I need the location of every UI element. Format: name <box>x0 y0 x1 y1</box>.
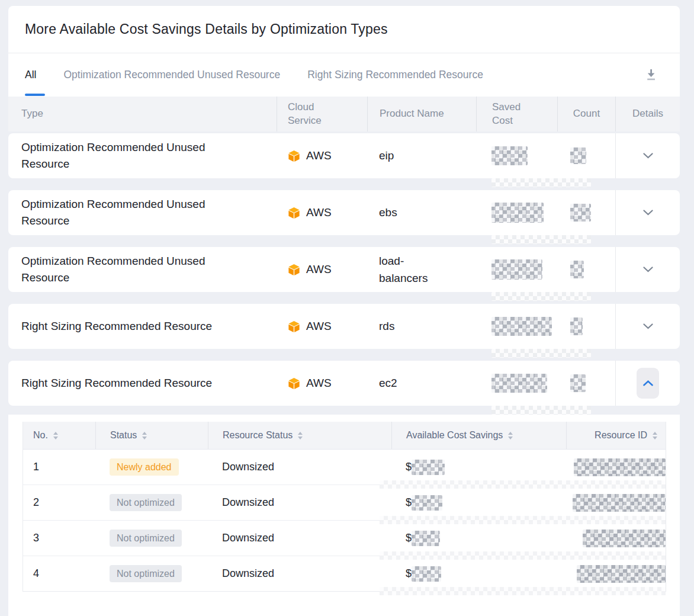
details-expand-button[interactable] <box>615 247 680 292</box>
column-header-count: Count <box>557 97 615 131</box>
chevron-up-icon <box>643 380 653 386</box>
detail-row-4: 4 Not optimized Downsized $ <box>23 556 666 591</box>
detail-row-3: 3 Not optimized Downsized $ <box>23 520 666 556</box>
resource-status: Downsized <box>208 567 391 580</box>
column-header-resource-status[interactable]: Resource Status <box>208 422 391 449</box>
row-product-name: ebs <box>367 204 476 221</box>
tab-all[interactable]: All <box>25 53 36 96</box>
count-redacted <box>570 374 586 392</box>
aws-cube-icon <box>287 377 301 390</box>
redacted-blur <box>380 551 666 560</box>
row-number: 2 <box>23 496 95 509</box>
sort-carets-icon <box>653 432 657 439</box>
status-badge: Not optimized <box>110 565 182 582</box>
redacted-blur <box>491 349 591 358</box>
column-header-resource-id[interactable]: Resource ID <box>566 422 666 449</box>
resource-status: Downsized <box>208 496 391 509</box>
redacted-blur <box>380 516 666 524</box>
redacted-blur <box>491 235 591 244</box>
details-expand-button[interactable] <box>615 190 680 235</box>
download-icon <box>644 68 658 81</box>
column-header-details: Details <box>615 97 680 131</box>
column-header-cloud-service: Cloud Service <box>277 97 367 131</box>
row-product-name: load-balancers <box>367 252 476 287</box>
row-number: 4 <box>23 567 95 580</box>
cloud-service-label: AWS <box>306 263 332 276</box>
redacted-blur <box>380 480 666 489</box>
count-redacted <box>570 147 586 164</box>
redacted-blur <box>380 587 666 595</box>
row-product-name: eip <box>367 147 476 164</box>
aws-cube-icon <box>287 263 301 277</box>
count-redacted <box>570 261 584 278</box>
redacted-blur <box>491 178 591 187</box>
row-type: Right Sizing Recommended Resource <box>8 375 277 392</box>
collapse-toggle[interactable] <box>637 368 659 399</box>
sort-carets-icon <box>53 432 58 439</box>
resource-status: Downsized <box>208 532 391 544</box>
currency-prefix: $ <box>406 532 412 544</box>
resource-status: Downsized <box>208 461 391 473</box>
details-expand-button[interactable] <box>615 304 680 349</box>
currency-prefix: $ <box>406 461 412 473</box>
column-header-status[interactable]: Status <box>95 422 208 449</box>
ec2-detail-table: No. Status Resource Status Available Cos… <box>23 422 666 592</box>
status-badge: Not optimized <box>110 494 182 511</box>
details-collapse-button[interactable] <box>615 361 680 406</box>
row-cloud-service: AWS <box>277 320 367 333</box>
status-badge: Newly added <box>110 458 179 476</box>
resource-id-redacted <box>583 530 666 547</box>
row-cloud-service: AWS <box>277 377 367 390</box>
row-type: Optimization Recommended Unused Resource <box>8 253 277 287</box>
detail-table-header: No. Status Resource Status Available Cos… <box>23 422 666 449</box>
row-type: Optimization Recommended Unused Resource <box>8 139 277 173</box>
row-product-name: rds <box>367 317 476 335</box>
cloud-service-label: AWS <box>306 320 332 333</box>
row-cloud-service: AWS <box>277 263 367 277</box>
tab-right-sizing-recommended-resource[interactable]: Right Sizing Recommended Resource <box>307 53 483 96</box>
column-header-saved-cost: Saved Cost <box>476 97 557 131</box>
column-header-product-name: Product Name <box>367 97 476 131</box>
tab-optimization-recommended-unused-resource[interactable]: Optimization Recommended Unused Resource <box>63 53 280 96</box>
cost-savings-redacted <box>412 566 441 582</box>
cost-savings-redacted <box>412 460 445 475</box>
ec2-detail-panel: No. Status Resource Status Available Cos… <box>8 415 680 616</box>
redacted-blur <box>491 406 591 415</box>
download-button[interactable] <box>642 66 660 84</box>
chevron-down-icon <box>643 323 653 329</box>
detail-row-1: 1 Newly added Downsized $ <box>23 449 666 485</box>
table-row-ebs: Optimization Recommended Unused Resource… <box>8 190 680 235</box>
sort-carets-icon <box>142 432 147 439</box>
column-header-available-cost-savings[interactable]: Available Cost Savings <box>391 422 566 449</box>
table-row-load-balancers: Optimization Recommended Unused Resource… <box>8 247 680 292</box>
row-type: Optimization Recommended Unused Resource <box>8 196 277 230</box>
cloud-service-label: AWS <box>306 149 332 162</box>
cost-savings-redacted <box>412 495 442 511</box>
currency-prefix: $ <box>406 567 412 580</box>
saved-cost-redacted <box>491 146 528 165</box>
aws-cube-icon <box>287 206 301 220</box>
cost-savings-redacted <box>412 531 440 546</box>
details-expand-button[interactable] <box>615 133 680 178</box>
count-redacted <box>570 317 583 335</box>
count-redacted <box>570 204 591 222</box>
column-header-no[interactable]: No. <box>23 422 95 449</box>
page-title: More Available Cost Savings Details by O… <box>25 21 388 37</box>
redacted-blur <box>491 292 591 301</box>
chevron-down-icon <box>643 153 653 159</box>
status-badge: Not optimized <box>110 530 182 547</box>
row-number: 3 <box>23 532 95 544</box>
chevron-down-icon <box>643 210 653 216</box>
row-number: 1 <box>23 461 95 473</box>
row-product-name: ec2 <box>367 374 476 392</box>
row-type: Right Sizing Recommended Resource <box>8 318 277 335</box>
detail-row-2: 2 Not optimized Downsized $ <box>23 485 666 520</box>
table-header: Type Cloud Service Product Name Saved Co… <box>8 97 680 131</box>
tab-bar: All Optimization Recommended Unused Reso… <box>8 53 680 96</box>
table-row-rds: Right Sizing Recommended Resource AWS rd… <box>8 304 680 349</box>
table-row-ec2: Right Sizing Recommended Resource AWS ec… <box>8 361 680 406</box>
row-cloud-service: AWS <box>277 206 367 220</box>
cloud-service-label: AWS <box>306 206 332 219</box>
cloud-service-label: AWS <box>306 377 332 390</box>
sort-carets-icon <box>298 432 303 439</box>
